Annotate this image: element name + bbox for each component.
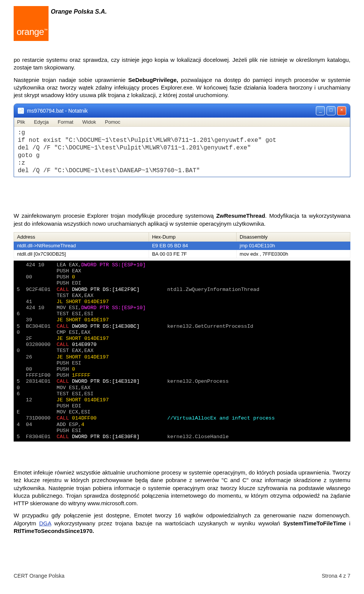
menu-edit[interactable]: Edycja xyxy=(34,119,49,125)
paragraph-3: W zainfekowanym procesie Explorer trojan… xyxy=(14,212,350,228)
window-title: ms9760794.bat - Notatnik xyxy=(27,108,88,114)
menu-view[interactable]: Widok xyxy=(82,119,96,125)
sedebugprivilege: SeDebugPrivilege, xyxy=(128,77,178,83)
notepad-window: 📄 ms9760794.bat - Notatnik _ □ × Plik Ed… xyxy=(14,104,350,177)
notepad-menu: Plik Edycja Format Widok Pomoc xyxy=(14,118,350,127)
paragraph-5: W przypadku gdy połączenie jest dostępne… xyxy=(14,512,350,535)
document-header: orange™ Orange Polska S.A. xyxy=(14,6,350,41)
menu-format[interactable]: Format xyxy=(58,119,73,125)
maximize-button[interactable]: □ xyxy=(326,106,336,115)
debugger-dump: 424 10 LEA EAX,DWORD PTR SS:[ESP+10] PUS… xyxy=(14,261,350,442)
col-hexdump[interactable]: Hex-Dump xyxy=(149,232,236,241)
page-footer: CERT Orange Polska Strona 4 z 7 xyxy=(14,573,350,579)
footer-left: CERT Orange Polska xyxy=(14,573,64,579)
minimize-button[interactable]: _ xyxy=(316,106,325,115)
trademark-icon: ™ xyxy=(44,28,48,32)
disassembly-table: Address Hex-Dump Disassembly ntdll.dll->… xyxy=(14,232,350,258)
dga-link[interactable]: DGA xyxy=(39,520,51,526)
table-row[interactable]: ntdll.dll [0x7C90DB25]BA 00 03 FE 7Fmov … xyxy=(14,250,350,258)
footer-right: Strona 4 z 7 xyxy=(322,573,351,579)
notepad-content[interactable]: :g if not exist "C:\DOCUME~1\test\Pulpit… xyxy=(14,127,350,177)
notepad-icon: 📄 xyxy=(18,108,24,114)
col-disassembly[interactable]: Disassembly xyxy=(237,232,350,241)
orange-logo: orange™ xyxy=(14,6,49,41)
col-address[interactable]: Address xyxy=(14,232,149,241)
paragraph-2: Następnie trojan nadaje sobie uprawnieni… xyxy=(14,76,350,99)
systemtimetofiletime: SystemTimeToFileTime xyxy=(283,520,346,526)
close-button[interactable]: × xyxy=(337,106,346,115)
rtltimetoseconds: RtlTimeToSecondsSince1970. xyxy=(14,528,94,534)
paragraph-1: po restarcie systemu oraz sprawdza, czy … xyxy=(14,56,350,72)
company-name: Orange Polska S.A. xyxy=(51,8,107,15)
paragraph-4: Emotet infekuje również wszystkie aktual… xyxy=(14,469,350,507)
window-titlebar[interactable]: 📄 ms9760794.bat - Notatnik _ □ × xyxy=(14,104,350,118)
menu-file[interactable]: Plik xyxy=(17,119,25,125)
logo-text: orange xyxy=(17,27,44,37)
menu-help[interactable]: Pomoc xyxy=(105,119,120,125)
table-row[interactable]: ntdll.dll->NtResumeThreadE9 EB 05 BD 84j… xyxy=(14,241,350,250)
zwresumethread: ZwResumeThread xyxy=(216,212,265,219)
